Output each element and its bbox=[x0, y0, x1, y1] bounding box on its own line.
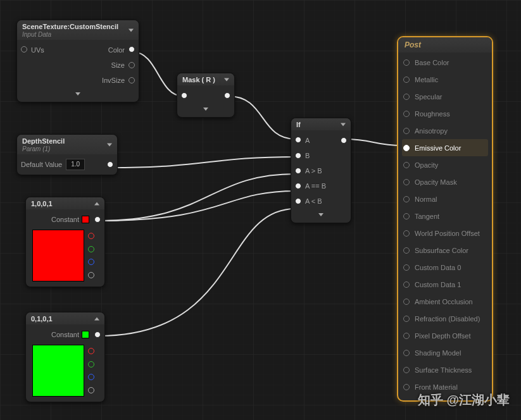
node-title: 0,1,0,1 bbox=[31, 315, 53, 323]
output-pin-a[interactable] bbox=[88, 272, 94, 278]
input-pin[interactable] bbox=[403, 384, 410, 390]
chevron-down-icon[interactable] bbox=[75, 92, 80, 96]
chevron-down-icon[interactable] bbox=[107, 143, 112, 146]
chevron-down-icon[interactable] bbox=[341, 123, 346, 126]
input-pin[interactable] bbox=[403, 367, 410, 373]
input-pin[interactable] bbox=[403, 196, 410, 202]
input-pin-agtb[interactable] bbox=[295, 168, 301, 174]
output-pin[interactable] bbox=[107, 161, 113, 168]
output-pin-b[interactable] bbox=[88, 259, 94, 265]
chevron-down-icon[interactable] bbox=[224, 78, 229, 81]
node-scenetexture[interactable]: SceneTexture:CustomStencil Input Data UV… bbox=[16, 20, 139, 102]
output-pin[interactable] bbox=[94, 216, 101, 223]
post-input-pixel-depth-offset[interactable]: Pixel Depth Offset bbox=[402, 327, 488, 344]
output-pin-g[interactable] bbox=[88, 246, 94, 252]
chevron-down-icon[interactable] bbox=[318, 213, 323, 216]
post-input-custom-data-0[interactable]: Custom Data 0 bbox=[402, 259, 488, 276]
input-pin[interactable] bbox=[403, 77, 410, 83]
input-pin[interactable] bbox=[403, 247, 410, 254]
output-pin-b[interactable] bbox=[88, 374, 94, 380]
post-input-opacity-mask[interactable]: Opacity Mask bbox=[402, 173, 488, 190]
input-pin[interactable] bbox=[403, 264, 410, 271]
default-value-input[interactable]: 1.0 bbox=[66, 159, 85, 170]
pin-label: UVs bbox=[31, 46, 44, 54]
output-pin-a[interactable] bbox=[88, 387, 94, 393]
post-input-specular[interactable]: Specular bbox=[402, 88, 488, 105]
post-input-opacity[interactable]: Opacity bbox=[402, 156, 488, 173]
chevron-down-icon[interactable] bbox=[203, 108, 208, 111]
node-header[interactable]: DepthStencil Param (1) bbox=[17, 135, 117, 154]
input-pin[interactable] bbox=[181, 92, 187, 99]
output-pin-g[interactable] bbox=[88, 361, 94, 368]
post-input-refraction-disabled-[interactable]: Refraction (Disabled) bbox=[402, 310, 488, 327]
input-pin[interactable] bbox=[403, 213, 410, 219]
post-input-normal[interactable]: Normal bbox=[402, 190, 488, 207]
input-pin[interactable] bbox=[403, 281, 410, 288]
node-constant-red[interactable]: 1,0,0,1 Constant bbox=[25, 197, 105, 287]
input-pin[interactable] bbox=[403, 128, 410, 134]
color-swatch[interactable] bbox=[82, 331, 89, 338]
node-if[interactable]: If A B A > B A == B A < B bbox=[291, 118, 351, 223]
node-header[interactable]: SceneTexture:CustomStencil Input Data bbox=[17, 20, 139, 40]
pin-label: InvSize bbox=[102, 77, 125, 84]
post-input-world-position-offset[interactable]: World Position Offset bbox=[402, 225, 488, 242]
post-input-custom-data-1[interactable]: Custom Data 1 bbox=[402, 276, 488, 293]
input-pin[interactable] bbox=[403, 316, 410, 322]
input-pin-b[interactable] bbox=[295, 152, 301, 159]
output-pin-size[interactable] bbox=[129, 62, 135, 68]
input-pin-a[interactable] bbox=[295, 137, 301, 143]
output-pin[interactable] bbox=[341, 137, 347, 144]
color-swatch[interactable] bbox=[82, 216, 89, 223]
post-input-anisotropy[interactable]: Anisotropy bbox=[402, 122, 488, 139]
post-input-tangent[interactable]: Tangent bbox=[402, 207, 488, 225]
node-header[interactable]: If bbox=[291, 118, 351, 130]
input-pin[interactable] bbox=[403, 299, 410, 305]
input-pin[interactable] bbox=[403, 230, 410, 237]
output-pin-invsize[interactable] bbox=[129, 77, 135, 83]
node-header[interactable]: 0,1,0,1 bbox=[26, 312, 104, 324]
post-input-roughness[interactable]: Roughness bbox=[402, 105, 488, 122]
input-pin-uvs[interactable] bbox=[21, 46, 27, 52]
post-input-emissive-color[interactable]: Emissive Color bbox=[402, 139, 488, 156]
output-pin-r[interactable] bbox=[88, 348, 94, 354]
post-input-subsurface-color[interactable]: Subsurface Color bbox=[402, 242, 488, 259]
node-title: If bbox=[296, 121, 301, 128]
pin-label: A < B bbox=[305, 197, 322, 205]
post-input-metallic[interactable]: Metallic bbox=[402, 71, 488, 88]
post-input-shading-model[interactable]: Shading Model bbox=[402, 344, 488, 361]
input-pin[interactable] bbox=[403, 179, 410, 185]
post-input-label: Ambient Occlusion bbox=[415, 298, 473, 306]
output-pin[interactable] bbox=[224, 92, 230, 99]
post-input-base-color[interactable]: Base Color bbox=[402, 54, 488, 71]
post-input-label: Custom Data 1 bbox=[415, 281, 461, 288]
input-pin-altb[interactable] bbox=[295, 198, 301, 204]
node-mask[interactable]: Mask ( R ) bbox=[177, 73, 235, 118]
post-input-label: Tangent bbox=[415, 213, 439, 220]
node-depthstencil[interactable]: DepthStencil Param (1) Default Value 1.0 bbox=[16, 134, 118, 175]
post-input-label: Surface Thickness bbox=[415, 366, 472, 374]
post-input-ambient-occlusion[interactable]: Ambient Occlusion bbox=[402, 293, 488, 310]
input-pin[interactable] bbox=[403, 350, 410, 356]
node-post[interactable]: Post Base ColorMetallicSpecularRoughness… bbox=[397, 36, 493, 402]
input-pin[interactable] bbox=[403, 111, 410, 117]
chevron-down-icon[interactable] bbox=[129, 28, 134, 32]
output-pin-r[interactable] bbox=[88, 233, 94, 239]
chevron-up-icon[interactable] bbox=[94, 202, 99, 205]
output-pin-color[interactable] bbox=[129, 46, 135, 52]
default-value-label: Default Value bbox=[21, 161, 62, 168]
input-pin[interactable] bbox=[403, 94, 410, 100]
input-pin-aeqb[interactable] bbox=[295, 183, 301, 189]
input-pin[interactable] bbox=[403, 145, 410, 151]
chevron-up-icon[interactable] bbox=[94, 317, 99, 320]
input-pin[interactable] bbox=[403, 59, 410, 66]
node-header[interactable]: 1,0,0,1 bbox=[26, 197, 104, 209]
post-input-label: Base Color bbox=[415, 59, 449, 66]
post-input-surface-thickness[interactable]: Surface Thickness bbox=[402, 361, 488, 378]
node-title: SceneTexture:CustomStencil bbox=[22, 23, 118, 30]
output-pin[interactable] bbox=[94, 331, 101, 338]
node-header[interactable]: Mask ( R ) bbox=[177, 73, 234, 85]
input-pin[interactable] bbox=[403, 162, 410, 168]
node-constant-green[interactable]: 0,1,0,1 Constant bbox=[25, 312, 105, 402]
input-pin[interactable] bbox=[403, 333, 410, 339]
post-input-label: World Position Offset bbox=[415, 230, 480, 237]
